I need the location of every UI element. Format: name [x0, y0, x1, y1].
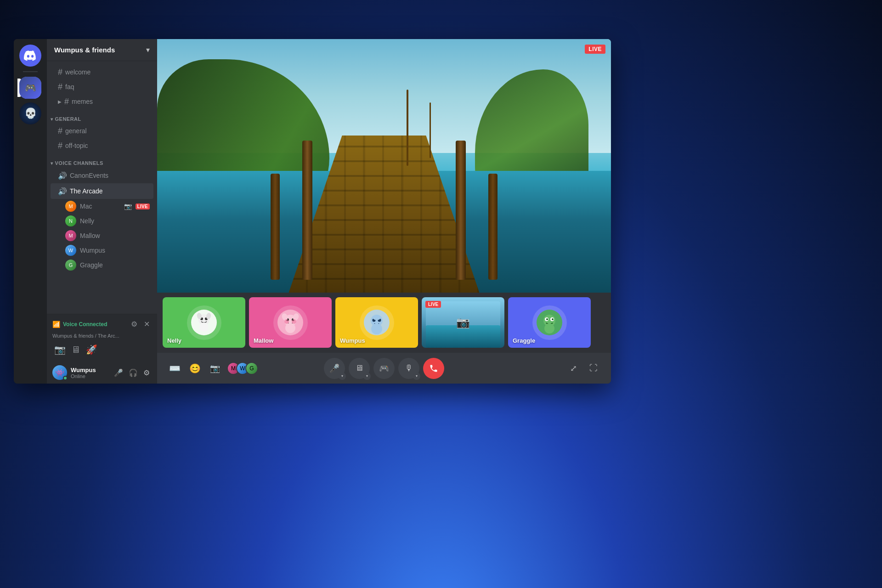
vc-activity-btn[interactable]: 🚀	[84, 342, 99, 357]
vc-screen-btn[interactable]: 🖥	[69, 343, 82, 357]
hash-icon: #	[64, 97, 69, 106]
user-mic-btn[interactable]: 🎤	[112, 367, 125, 379]
mic-btn-wrap: 🎤 ▾	[324, 358, 345, 379]
emoji-reaction-btn[interactable]: 😊	[187, 360, 203, 377]
user-status-dot	[63, 376, 68, 380]
speaker-icon-arcade: 🔊	[58, 187, 67, 196]
discord-home-button[interactable]	[19, 45, 41, 67]
controls-center: 🎤 ▾ 🖥 ▾ 🎮 🎙 ▾	[258, 358, 510, 379]
hash-icon: #	[58, 141, 62, 150]
tile-live-badge-mac: LIVE	[425, 301, 441, 308]
controls-bar: ⌨️ 😊 📷 M W G 🎤 ▾ 🖥	[157, 352, 611, 384]
participant-name-graggle: Graggle	[513, 337, 535, 344]
svg-point-28	[544, 323, 554, 334]
server-icon-2[interactable]: 💀	[19, 102, 41, 124]
participant-tile-mac[interactable]: 📷 LIVE	[422, 297, 504, 348]
end-call-btn[interactable]	[423, 358, 444, 379]
voice-user-mallow[interactable]: M Mallow	[51, 228, 153, 243]
voice-user-avatar-graggle: G	[65, 260, 76, 271]
user-avatar-emoji: 👾	[55, 368, 64, 377]
keyboard-btn[interactable]: ⌨️	[166, 360, 183, 377]
vc-label: Voice Connected	[63, 321, 107, 328]
channel-name-welcome: welcome	[65, 68, 90, 76]
voice-user-mac[interactable]: M Mac 📷 LIVE	[51, 199, 153, 214]
server-slot-1: 🎮	[19, 77, 41, 99]
voice-connected-bar: 📶 Voice Connected ⚙ ✕ Wumpus & friends /…	[47, 314, 157, 362]
screen-share-arrow[interactable]: ▾	[363, 373, 371, 380]
participant-avatar-wumpus	[360, 305, 394, 340]
voice-channel-canonevents[interactable]: 🔊 CanonEvents	[51, 168, 153, 183]
server-name: Wumpus & friends	[54, 46, 115, 54]
speaker-icon: 🔊	[58, 171, 67, 180]
user-display-name: Wumpus	[71, 367, 108, 373]
participant-tile-graggle[interactable]: Graggle	[508, 297, 591, 348]
category-label-general: GENERAL	[55, 116, 81, 122]
channel-faq[interactable]: # faq	[51, 79, 153, 94]
voice-channel-name-canon: CanonEvents	[70, 172, 108, 179]
channel-name-faq: faq	[65, 83, 74, 90]
fullscreen-btn[interactable]: ⛶	[585, 360, 602, 377]
participant-name-mallow: Mallow	[254, 337, 273, 344]
activity-btn[interactable]: 🎮	[373, 358, 395, 379]
category-arrow-icon: ▾	[51, 117, 53, 122]
channel-offtopic[interactable]: # off-topic	[51, 138, 153, 153]
ship-mast-1	[407, 90, 408, 166]
voice-user-avatar-wumpus: W	[65, 245, 76, 256]
user-settings-btn[interactable]: ⚙	[141, 367, 152, 379]
expand-arrow-icon: ▶	[58, 99, 62, 104]
server-header[interactable]: Wumpus & friends ▾	[47, 39, 157, 61]
voice-user-avatar-mallow: M	[65, 230, 76, 241]
channel-sidebar: Wumpus & friends ▾ # welcome # faq ▶ # m…	[47, 39, 157, 384]
popout-btn[interactable]: ⤢	[565, 360, 582, 377]
svg-point-21	[371, 323, 382, 334]
soundboard-arrow[interactable]: ▾	[413, 373, 420, 380]
vc-camera-btn[interactable]: 📷	[52, 342, 68, 357]
user-status-text: Online	[71, 373, 108, 379]
mic-arrow[interactable]: ▾	[339, 373, 346, 380]
channel-general[interactable]: # general	[51, 124, 153, 138]
voice-user-nelly[interactable]: N Nelly	[51, 214, 153, 228]
user-headphone-btn[interactable]: 🎧	[127, 367, 140, 379]
participant-tile-mallow[interactable]: Mallow	[249, 297, 332, 348]
screen-share-wrap: 🖥 ▾	[349, 358, 370, 379]
participant-name-nelly: Nelly	[167, 337, 181, 344]
participant-avatars-group: M W G	[227, 362, 258, 375]
participant-tile-wumpus[interactable]: Wumpus	[335, 297, 418, 348]
voice-user-avatar-nelly: N	[65, 215, 76, 226]
participant-tile-nelly[interactable]: Nelly	[163, 297, 245, 348]
pier-pole-right-1	[456, 141, 466, 280]
svg-point-26	[546, 318, 548, 320]
user-panel: 👾 Wumpus Online 🎤 🎧 ⚙	[47, 362, 157, 384]
participant-avatar-graggle	[532, 305, 567, 340]
server-icon-1[interactable]: 🎮	[19, 77, 41, 99]
channel-memes[interactable]: ▶ # memes	[51, 94, 153, 109]
voice-user-name-nelly: Nelly	[80, 217, 150, 225]
category-general[interactable]: ▾ GENERAL	[47, 109, 157, 124]
voice-user-name-mallow: Mallow	[80, 232, 150, 239]
voice-user-name-mac: Mac	[80, 203, 120, 210]
vc-settings-btn[interactable]: ⚙	[129, 318, 139, 330]
svg-point-6	[199, 322, 209, 332]
hash-icon: #	[58, 68, 62, 76]
user-info: Wumpus Online	[71, 367, 108, 379]
user-actions: 🎤 🎧 ⚙	[112, 367, 152, 379]
channel-welcome[interactable]: # welcome	[51, 65, 153, 79]
channel-name-memes: memes	[72, 98, 93, 105]
controls-left: ⌨️ 😊 📷 M W G	[166, 360, 258, 377]
ship-mast-2	[430, 102, 431, 158]
vc-disconnect-btn[interactable]: ✕	[142, 318, 152, 330]
pav-3: G	[245, 362, 258, 375]
camera-small-btn[interactable]: 📷	[207, 360, 223, 377]
category-voice[interactable]: ▾ VOICE CHANNELS	[47, 153, 157, 168]
voice-user-graggle[interactable]: G Graggle	[51, 258, 153, 272]
voice-channel-name-arcade: The Arcade	[70, 187, 103, 195]
controls-right: ⤢ ⛶	[510, 360, 602, 377]
voice-channel-arcade[interactable]: 🔊 The Arcade	[51, 183, 153, 199]
camera-icon: 📷	[124, 203, 132, 210]
voice-user-name-wumpus: Wumpus	[80, 247, 150, 254]
server-list: 🎮 💀	[14, 39, 47, 384]
channel-name-general: general	[65, 127, 87, 135]
voice-user-wumpus[interactable]: W Wumpus	[51, 243, 153, 258]
participant-avatar-mallow	[273, 305, 308, 340]
stream-area: LIVE	[157, 39, 611, 293]
